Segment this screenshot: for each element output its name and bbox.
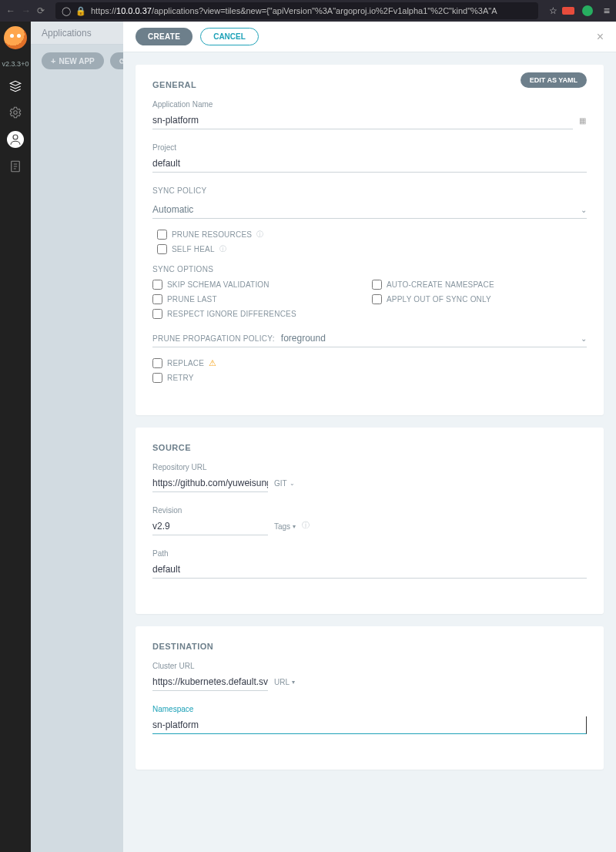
- project-input[interactable]: [152, 155, 587, 173]
- edit-as-yaml-button[interactable]: EDIT AS YAML: [521, 72, 587, 88]
- path-input[interactable]: [152, 561, 587, 579]
- general-section: EDIT AS YAML GENERAL Application Name ▦ …: [136, 65, 604, 415]
- info-icon: ⓘ: [256, 230, 263, 240]
- create-button[interactable]: CREATE: [136, 28, 192, 45]
- sync-policy-label: SYNC POLICY: [152, 186, 587, 195]
- chevron-down-icon: ⌄: [290, 480, 295, 487]
- prune-propagation-select[interactable]: PRUNE PROPAGATION POLICY: foreground ⌄: [152, 330, 587, 347]
- app-name-input[interactable]: [152, 112, 573, 129]
- create-app-panel: CREATE CANCEL × EDIT AS YAML GENERAL App…: [123, 22, 616, 852]
- section-title: SOURCE: [152, 443, 587, 452]
- auto-create-ns-checkbox[interactable]: AUTO-CREATE NAMESPACE: [372, 280, 587, 290]
- app-name-label: Application Name: [152, 100, 587, 109]
- menu-icon[interactable]: ≡: [604, 5, 610, 17]
- project-label: Project: [152, 143, 587, 152]
- cluster-url-input[interactable]: [152, 673, 268, 691]
- extension-icon[interactable]: [582, 5, 593, 16]
- svg-point-0: [14, 111, 18, 115]
- destination-section: DESTINATION Cluster URL URL ▾ Namespace: [136, 626, 604, 770]
- chevron-down-icon: ⌄: [581, 334, 587, 343]
- version-label: v2.3.3+0: [2, 60, 29, 68]
- warning-icon: ⚠: [209, 358, 216, 368]
- retry-checkbox[interactable]: RETRY: [152, 373, 587, 383]
- reload-icon[interactable]: ⟳: [37, 5, 45, 16]
- field-action-icon[interactable]: ▦: [578, 116, 587, 126]
- browser-toolbar: ← → ⟳ ◯ 🔒 https://10.0.0.37/applications…: [0, 0, 616, 22]
- sync-policy-select[interactable]: Automatic ⌄: [152, 201, 587, 219]
- path-label: Path: [152, 549, 587, 558]
- section-title: DESTINATION: [152, 642, 587, 651]
- namespace-input[interactable]: [152, 716, 587, 734]
- source-section: SOURCE Repository URL GIT ⌄ Revision: [136, 428, 604, 614]
- revision-input[interactable]: [152, 518, 268, 535]
- self-heal-checkbox[interactable]: SELF HEALⓘ: [157, 244, 587, 254]
- shield-icon: ◯: [62, 6, 71, 16]
- replace-checkbox[interactable]: REPLACE⚠: [152, 358, 587, 368]
- skip-schema-checkbox[interactable]: SKIP SCHEMA VALIDATION: [152, 280, 367, 290]
- prune-last-checkbox[interactable]: PRUNE LAST: [152, 294, 367, 304]
- namespace-label: Namespace: [152, 705, 587, 713]
- argo-logo-icon[interactable]: [4, 26, 27, 49]
- cluster-type-select[interactable]: URL ▾: [274, 678, 295, 691]
- apply-oos-checkbox[interactable]: APPLY OUT OF SYNC ONLY: [372, 294, 587, 304]
- docs-icon[interactable]: [8, 159, 23, 174]
- cancel-button[interactable]: CANCEL: [200, 28, 259, 45]
- chevron-down-icon: ▾: [293, 523, 296, 530]
- settings-icon[interactable]: [8, 105, 23, 120]
- user-icon[interactable]: [7, 131, 24, 148]
- url-bar[interactable]: ◯ 🔒 https://10.0.0.37/applications?view=…: [55, 2, 538, 19]
- sidebar-rail: v2.3.3+0: [0, 22, 31, 852]
- extension-icon[interactable]: [562, 7, 574, 15]
- repo-type-select[interactable]: GIT ⌄: [274, 479, 295, 492]
- repo-url-label: Repository URL: [152, 463, 268, 471]
- chevron-down-icon: ▾: [292, 679, 295, 686]
- info-icon: ⓘ: [302, 520, 310, 535]
- bookmark-icon[interactable]: ☆: [549, 5, 557, 16]
- lock-icon: 🔒: [75, 6, 86, 16]
- sync-options-label: SYNC OPTIONS: [152, 265, 587, 273]
- svg-point-1: [13, 135, 18, 139]
- revision-label: Revision: [152, 506, 268, 515]
- close-icon[interactable]: ×: [597, 30, 604, 44]
- applications-icon[interactable]: [8, 79, 23, 94]
- prune-resources-checkbox[interactable]: PRUNE RESOURCESⓘ: [157, 230, 587, 240]
- respect-ignore-checkbox[interactable]: RESPECT IGNORE DIFFERENCES: [152, 309, 367, 319]
- back-icon[interactable]: ←: [6, 5, 15, 16]
- cluster-url-label: Cluster URL: [152, 662, 268, 670]
- revision-type-select[interactable]: Tags ▾: [274, 522, 296, 535]
- chevron-down-icon: ⌄: [581, 206, 587, 214]
- repo-url-input[interactable]: [152, 475, 268, 492]
- info-icon: ⓘ: [219, 244, 226, 254]
- forward-icon: →: [22, 5, 31, 16]
